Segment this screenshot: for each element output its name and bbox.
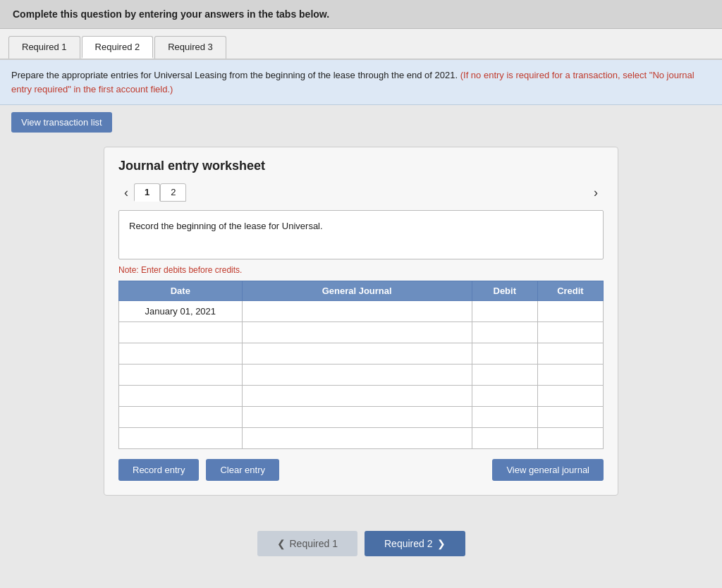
cell-credit-1[interactable] [537,322,603,343]
next-arrow-icon [437,538,446,549]
cell-credit-5[interactable] [537,407,603,428]
clear-entry-button[interactable]: Clear entry [206,459,279,481]
cell-date-6[interactable] [119,428,243,449]
worksheet-card: Journal entry worksheet ‹ 1 2 › Record t… [104,147,618,496]
cell-gj-5[interactable] [242,407,472,428]
cell-credit-6[interactable] [537,428,603,449]
cell-date-0[interactable]: January 01, 2021 [119,301,243,322]
cell-debit-1[interactable] [472,322,537,343]
cell-debit-0[interactable] [472,301,537,322]
page-tabs: 1 2 [134,183,186,202]
next-nav-button[interactable]: Required 2 [365,531,465,556]
table-row [119,322,604,343]
cell-date-2[interactable] [119,343,243,365]
bottom-nav: Required 1 Required 2 [0,531,722,570]
instruction-box: Prepare the appropriate entries for Univ… [0,60,722,105]
banner-text: Complete this question by entering your … [13,8,329,20]
cell-date-4[interactable] [119,386,243,407]
record-entry-button[interactable]: Record entry [118,459,199,481]
worksheet-title: Journal entry worksheet [118,159,604,173]
cell-credit-2[interactable] [537,343,603,365]
cell-gj-1[interactable] [242,322,472,343]
cell-debit-2[interactable] [472,343,537,365]
table-row [119,428,604,449]
next-page-arrow[interactable]: › [588,184,604,202]
cell-credit-3[interactable] [537,365,603,386]
description-text: Record the beginning of the lease for Un… [129,221,323,231]
main-content: Journal entry worksheet ‹ 1 2 › Record t… [0,140,722,510]
instruction-main: Prepare the appropriate entries for Univ… [11,70,460,80]
cell-credit-4[interactable] [537,386,603,407]
cell-debit-3[interactable] [472,365,537,386]
cell-gj-0[interactable] [242,301,472,322]
cell-gj-6[interactable] [242,428,472,449]
prev-arrow-icon [277,538,286,549]
cell-debit-4[interactable] [472,386,537,407]
tabs-bar: Required 1 Required 2 Required 3 [0,29,722,60]
table-row [119,386,604,407]
cell-gj-2[interactable] [242,343,472,365]
cell-debit-5[interactable] [472,407,537,428]
action-buttons: Record entry Clear entry View general jo… [118,459,604,481]
table-row: January 01, 2021 [119,301,604,322]
tab-required-1[interactable]: Required 1 [8,36,80,59]
note-text: Note: Enter debits before credits. [118,265,604,275]
cell-gj-4[interactable] [242,386,472,407]
nav-row: ‹ 1 2 › [118,183,604,202]
journal-table: Date General Journal Debit Credit Januar… [118,281,604,449]
col-header-credit: Credit [537,281,603,301]
cell-gj-3[interactable] [242,365,472,386]
next-nav-label: Required 2 [384,538,433,549]
prev-nav-button[interactable]: Required 1 [257,531,358,556]
page-tab-1[interactable]: 1 [134,183,160,202]
tab-required-3[interactable]: Required 3 [154,36,226,59]
cell-credit-0[interactable] [537,301,603,322]
cell-date-1[interactable] [119,322,243,343]
col-header-date: Date [119,281,243,301]
page-tab-2[interactable]: 2 [160,183,186,202]
tab-required-2[interactable]: Required 2 [82,36,154,59]
table-row [119,407,604,428]
view-general-journal-button[interactable]: View general journal [492,459,604,481]
prev-nav-label: Required 1 [290,538,338,549]
top-banner: Complete this question by entering your … [0,0,722,29]
col-header-debit: Debit [472,281,537,301]
table-row [119,343,604,365]
description-box: Record the beginning of the lease for Un… [118,210,604,259]
cell-debit-6[interactable] [472,428,537,449]
prev-page-arrow[interactable]: ‹ [118,184,134,202]
table-row [119,365,604,386]
cell-date-3[interactable] [119,365,243,386]
cell-date-5[interactable] [119,407,243,428]
view-transaction-button[interactable]: View transaction list [11,112,112,133]
col-header-gj: General Journal [242,281,472,301]
